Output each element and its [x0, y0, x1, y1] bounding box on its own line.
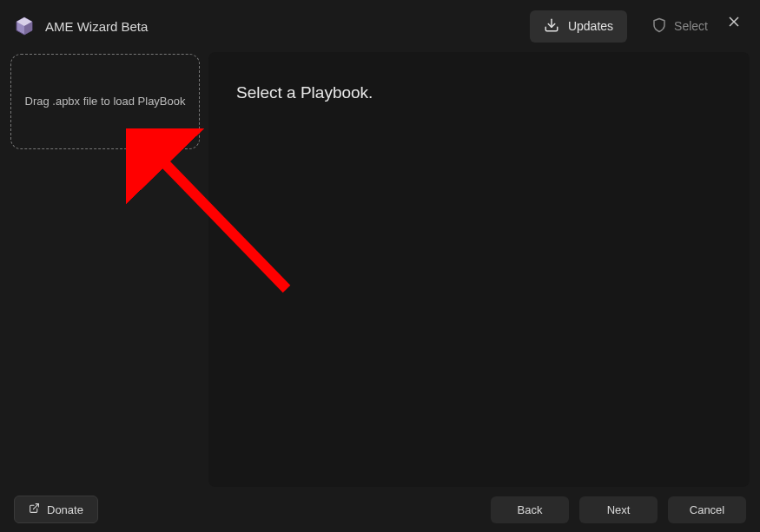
main-panel: Select a Playbook. — [208, 52, 750, 487]
dropzone-label: Drag .apbx file to load PlayBook — [25, 93, 186, 110]
app-title: AME Wizard Beta — [45, 19, 519, 34]
donate-button[interactable]: Donate — [14, 496, 98, 523]
close-icon — [729, 16, 739, 30]
svg-line-6 — [33, 504, 38, 509]
playbook-drop-zone[interactable]: Drag .apbx file to load PlayBook — [10, 54, 200, 149]
back-button[interactable]: Back — [491, 496, 569, 523]
updates-icon — [544, 17, 559, 36]
back-label: Back — [518, 503, 543, 516]
sidebar: Drag .apbx file to load PlayBook — [10, 52, 200, 487]
app-logo-icon — [14, 16, 35, 36]
external-link-icon — [29, 502, 40, 516]
main-heading: Select a Playbook. — [236, 83, 722, 102]
titlebar-actions: Updates Select — [530, 10, 718, 43]
cancel-label: Cancel — [690, 503, 724, 516]
content-area: Drag .apbx file to load PlayBook Select … — [0, 52, 760, 487]
next-label: Next — [607, 503, 631, 516]
footer: Donate Back Next Cancel — [0, 487, 760, 532]
titlebar: AME Wizard Beta Updates Select — [0, 0, 760, 52]
select-label: Select — [674, 19, 708, 33]
shield-icon — [651, 17, 667, 36]
next-button[interactable]: Next — [579, 496, 658, 523]
updates-label: Updates — [568, 19, 613, 33]
cancel-button[interactable]: Cancel — [668, 496, 746, 523]
donate-label: Donate — [47, 503, 83, 516]
updates-button[interactable]: Updates — [530, 10, 627, 43]
select-button: Select — [641, 10, 718, 43]
close-button[interactable] — [722, 10, 746, 35]
